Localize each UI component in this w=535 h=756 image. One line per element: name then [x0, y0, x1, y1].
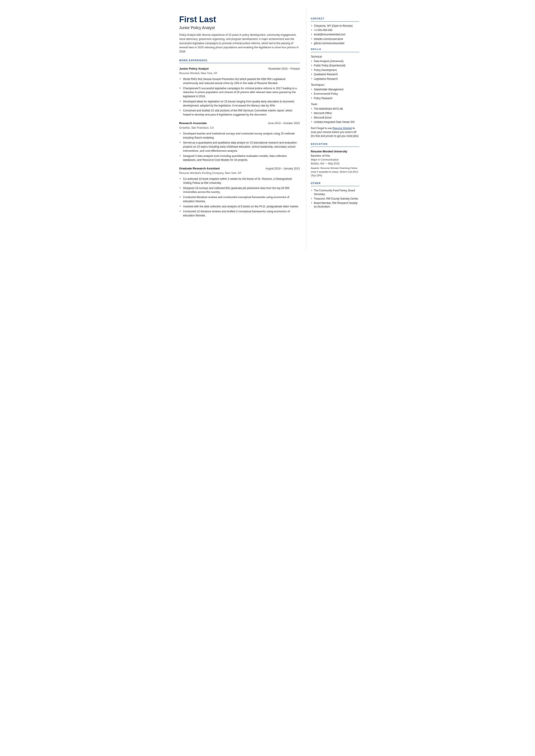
full-name: First Last [179, 15, 300, 24]
contact-item: +1-555-456-000 [311, 28, 359, 32]
bullet: Conducted literature reviews and constru… [179, 195, 300, 204]
contact-item: github.com/resumeworded [311, 42, 359, 45]
skill-item: Policy Research [311, 97, 359, 100]
bullet: Developed teacher and institutional surv… [179, 132, 300, 140]
bullet: Served as a quantitative and qualitative… [179, 141, 300, 153]
job-dates-1: November 2015 – Present [268, 67, 300, 71]
skill-item: Microsoft Excel [311, 116, 359, 120]
job-block-2: Research Associate June 2013 – October 2… [179, 121, 300, 162]
edu-school: Resume Worded University [311, 149, 359, 154]
skills-technical-list: Data Analysis (Advanced) Public Policy (… [311, 60, 359, 81]
skill-item: The MathWorks MATLAB [311, 107, 359, 111]
bullet: Assisted with the data collection and an… [179, 205, 300, 209]
other-list: The Community Food Pantry, Board Secreta… [311, 189, 359, 209]
skill-item: Public Policy (Experienced) [311, 64, 359, 68]
edu-major: Major in Communication [311, 158, 359, 162]
job-block-3: Graduate Research Assistant August 2010 … [179, 166, 300, 218]
job-dates-2: June 2013 – October 2015 [268, 121, 300, 126]
edu-location-date: Boston, MA — May 2018 [311, 162, 359, 165]
skill-item: Data Analysis (Advanced) [311, 60, 359, 63]
skills-section-title: SKILLS [311, 47, 359, 52]
contact-item: linkedin.com/in/username [311, 37, 359, 41]
job-bullets-1: Wrote RW's first Sexual Assault Preventi… [179, 77, 300, 117]
skills-tools-list: The MathWorks MATLAB Microsoft Office Mi… [311, 107, 359, 124]
job-company-3: Resume Worded's Exciting Company, New Yo… [179, 171, 300, 175]
skills-techniques-label: Techniques: [311, 83, 359, 87]
work-experience-section-title: WORK EXPERIENCE [179, 59, 300, 63]
job-company-1: Resume Worded, New York, NY [179, 71, 300, 75]
skill-item: Policy Development [311, 68, 359, 72]
bullet: Conceived and drafted 15 vital portions … [179, 109, 300, 117]
contact-section-title: CONTACT [311, 17, 359, 21]
skill-item: Environmental Policy [311, 92, 359, 96]
skill-item: Qualitative Research [311, 72, 359, 76]
bullet: Conducted 15 literature reviews and draf… [179, 210, 300, 218]
education-section-title: EDUCATION [311, 142, 359, 147]
job-title-3: Graduate Research Assistant [179, 166, 220, 171]
skill-item: Legislative Research [311, 77, 359, 81]
job-title: Junior Policy Analyst [179, 25, 300, 31]
resume-worded-link[interactable]: Resume Worded [333, 127, 352, 130]
other-item: Treasurer, RW County Sobriety Center. [311, 197, 359, 201]
other-item: The Community Food Pantry, Board Secreta… [311, 189, 359, 196]
skills-note-text: Don't forget to use [311, 127, 333, 130]
edu-awards: Awards: Resume Worded Teaching Fellow (o… [311, 166, 359, 177]
job-title-1: Junior Policy Analyst [179, 67, 209, 71]
contact-item: Cheyenne, WY (Open to Remote) [311, 24, 359, 28]
other-section-title: OTHER [311, 182, 359, 186]
summary: Policy Analyst with diverse experience o… [179, 33, 300, 54]
job-title-2: Research Associate [179, 121, 207, 126]
skill-item: Microsoft Office [311, 111, 359, 115]
bullet: Co-authored 10 book chapters within 2 we… [179, 177, 300, 185]
job-company-2: Growthsi, San Francisco, CA [179, 126, 300, 130]
skills-technical-label: Technical: [311, 55, 359, 59]
bullet: Wrote RW's first Sexual Assault Preventi… [179, 77, 300, 85]
contact-item: email@resumeworded.com [311, 33, 359, 37]
bullet: Developed ideas for legislation on 15 is… [179, 99, 300, 108]
edu-degree: Bachelor of Arts [311, 154, 359, 158]
job-bullets-3: Co-authored 10 book chapters within 2 we… [179, 177, 300, 218]
other-item: Board Member, RW Research Society on Alc… [311, 201, 359, 209]
bullet: Designed 18 surveys and collected BSc gr… [179, 186, 300, 194]
job-block-1: Junior Policy Analyst November 2015 – Pr… [179, 67, 300, 117]
job-bullets-2: Developed teacher and institutional surv… [179, 132, 300, 162]
job-dates-3: August 2010 – January 2013 [266, 167, 300, 171]
contact-list: Cheyenne, WY (Open to Remote) +1-555-456… [311, 24, 359, 45]
bullet: Championed 5 successful legislative camp… [179, 86, 300, 98]
skills-techniques-list: Stakeholder Management Environmental Pol… [311, 88, 359, 100]
bullet: Designed 3 data analysis tools including… [179, 154, 300, 162]
skill-item: Unidata Integrated Data Viewer IDV [311, 120, 359, 124]
skills-tools-label: Tools: [311, 102, 359, 106]
skill-item: Stakeholder Management [311, 88, 359, 91]
skills-note-block: Don't forget to use Resume Worded to sca… [311, 126, 359, 138]
